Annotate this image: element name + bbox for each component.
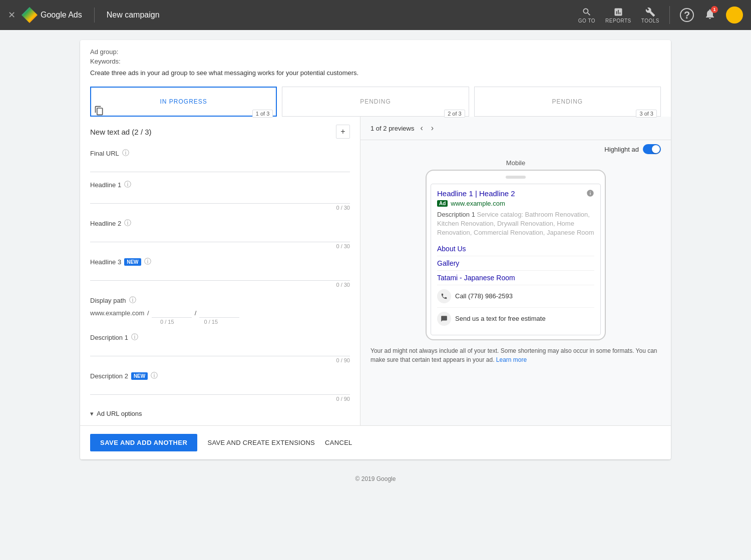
path-counters: 0 / 15 0 / 15 (90, 319, 350, 325)
headline2-field: Headline 2 ⓘ 0 / 30 (90, 219, 350, 249)
call-item: Call (778) 986-2593 (437, 285, 594, 307)
campaign-title: New campaign (107, 11, 160, 20)
preview-prev-btn[interactable]: ‹ (418, 123, 425, 134)
ad-card-1[interactable]: IN PROGRESS (90, 87, 277, 117)
headline3-field: Headline 3 NEW ⓘ 0 / 30 (90, 257, 350, 288)
preview-header: 1 of 2 previews ‹ › (360, 117, 671, 140)
display-path-info-icon[interactable]: ⓘ (129, 296, 136, 305)
user-avatar[interactable] (726, 7, 743, 24)
ad-card-1-wrapper: IN PROGRESS 1 of 3 (90, 87, 277, 117)
add-button[interactable]: + (336, 125, 350, 139)
final-url-label: Final URL (90, 150, 119, 157)
display-path-label-row: Display path ⓘ (90, 296, 350, 305)
nav-left: ✕ Google Ads New campaign (8, 7, 160, 23)
path-sep-1: / (144, 309, 152, 317)
ad-url-options-label: Ad URL options (97, 410, 142, 417)
tools-nav-item[interactable]: TOOLS (641, 7, 659, 24)
headline3-input[interactable] (90, 268, 350, 281)
final-url-field: Final URL ⓘ (90, 149, 350, 172)
description1-input[interactable] (90, 344, 350, 356)
path2-counter: 0 / 15 (204, 319, 218, 325)
path1-input[interactable] (152, 308, 192, 318)
toggle-knob (652, 145, 660, 153)
preview-count: 1 of 2 previews (370, 125, 414, 132)
headline1-info-icon[interactable]: ⓘ (124, 180, 131, 189)
nav-vertical-divider (669, 6, 670, 24)
description1-info-icon[interactable]: ⓘ (131, 333, 138, 342)
copy-icon-wrap (94, 106, 104, 118)
text-item-text: Send us a text for free estimate (455, 315, 546, 322)
copy-icon[interactable] (94, 106, 104, 116)
ad-description: Description 1 Service catalog: Bathroom … (437, 210, 594, 238)
save-add-button[interactable]: SAVE AND ADD ANOTHER (90, 434, 197, 451)
save-extensions-button[interactable]: SAVE AND CREATE EXTENSIONS (207, 439, 315, 446)
ad-card-3-wrapper: PENDING 3 of 3 (474, 87, 661, 117)
headline2-input[interactable] (90, 230, 350, 242)
bottom-bar: SAVE AND ADD ANOTHER SAVE AND CREATE EXT… (80, 425, 671, 459)
ad-card-1-status: IN PROGRESS (160, 98, 207, 105)
ad-url-row: Ad www.example.com (437, 200, 594, 207)
learn-more-link[interactable]: Learn more (496, 356, 527, 363)
preview-next-btn[interactable]: › (429, 123, 436, 134)
headline1-input[interactable] (90, 191, 350, 204)
headline3-new-badge: NEW (124, 258, 141, 266)
ad-card-2[interactable]: PENDING (282, 87, 469, 117)
sitelink-gallery[interactable]: Gallery (437, 256, 594, 270)
path-sep-2: / (192, 309, 199, 317)
display-path-inputs: www.example.com / / (90, 308, 350, 318)
goto-nav-item[interactable]: GO TO (578, 7, 595, 24)
description1-label-row: Description 1 ⓘ (90, 333, 350, 342)
reports-nav-item[interactable]: REPORTS (605, 7, 631, 24)
google-ads-diamond-icon (22, 7, 38, 23)
ad-preview-card: Headline 1 | Headline 2 Ad www.example.c… (431, 184, 601, 335)
logo-text: Google Ads (41, 11, 82, 20)
headline3-info-icon[interactable]: ⓘ (144, 257, 151, 266)
headline1-counter: 0 / 30 (90, 205, 350, 211)
call-text: Call (778) 986-2593 (455, 292, 513, 300)
cancel-button[interactable]: CANCEL (325, 439, 352, 446)
nav-icon-group: GO TO REPORTS TOOLS (578, 7, 659, 24)
phone-icon (437, 289, 451, 303)
headline3-label-row: Headline 3 NEW ⓘ (90, 257, 350, 266)
sitelink-tatami[interactable]: Tatami - Japanese Room (437, 270, 594, 285)
main-container: Ad group: Keywords: Create three ads in … (80, 40, 671, 459)
final-url-info-icon[interactable]: ⓘ (122, 149, 129, 158)
highlight-label: Highlight ad (604, 146, 639, 153)
ad-card-2-status: PENDING (360, 98, 391, 105)
ad-group-row: Ad group: (90, 48, 661, 56)
ad-url-options-row[interactable]: ▾ Ad URL options (90, 410, 350, 417)
highlight-row: Highlight ad (360, 140, 671, 154)
headline2-label: Headline 2 (90, 220, 121, 227)
left-panel: New text ad (2 / 3) + Final URL ⓘ Headli… (80, 117, 360, 425)
nav-right: GO TO REPORTS TOOLS ? 1 (578, 6, 743, 24)
nav-divider (94, 8, 95, 23)
help-icon[interactable]: ? (680, 8, 694, 22)
preview-nav: 1 of 2 previews ‹ › (370, 123, 436, 134)
notifications-icon[interactable]: 1 (704, 8, 716, 22)
sitelink-about-us[interactable]: About Us (437, 242, 594, 256)
phone-speaker (506, 176, 526, 179)
headline2-info-icon[interactable]: ⓘ (124, 219, 131, 228)
ad-sitelinks: About Us Gallery Tatami - Japanese Room (437, 242, 594, 285)
close-icon[interactable]: ✕ (8, 10, 16, 21)
description2-info-icon[interactable]: ⓘ (151, 371, 158, 380)
device-label: Mobile (360, 154, 671, 170)
ad-card-3[interactable]: PENDING (474, 87, 661, 117)
headline1-field: Headline 1 ⓘ 0 / 30 (90, 180, 350, 211)
highlight-toggle[interactable] (643, 144, 661, 154)
preview-footer: Your ad might not always include all of … (360, 340, 671, 370)
headline1-label-row: Headline 1 ⓘ (90, 180, 350, 189)
ad-cards-section: IN PROGRESS 1 of 3 PENDING 2 of 3 PENDIN… (80, 83, 671, 117)
description1-label: Description 1 (90, 334, 128, 341)
text-item: Send us a text for free estimate (437, 307, 594, 330)
notification-badge: 1 (711, 6, 718, 13)
info-icon (586, 189, 594, 197)
right-panel: 1 of 2 previews ‹ › Highlight ad Mobile … (360, 117, 671, 425)
headline3-counter: 0 / 30 (90, 282, 350, 288)
final-url-input[interactable] (90, 160, 350, 172)
description2-input[interactable] (90, 382, 350, 395)
path2-input[interactable] (199, 308, 239, 318)
reports-label: REPORTS (605, 18, 631, 24)
description2-label-row: Description 2 NEW ⓘ (90, 371, 350, 380)
reports-icon (613, 7, 623, 17)
